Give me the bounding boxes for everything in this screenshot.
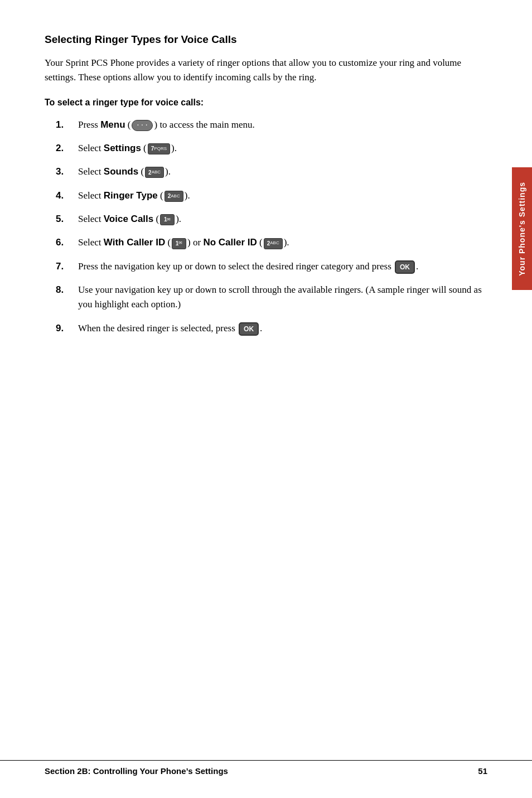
footer-right: 51: [478, 766, 487, 776]
step-9-number: 9.: [56, 321, 78, 336]
footer: Section 2B: Controlling Your Phone’s Set…: [0, 760, 532, 776]
page-container: Your Phone's Settings Selecting Ringer T…: [0, 0, 532, 798]
step-4: 4. Select Ringer Type (2ABC).: [56, 188, 487, 203]
footer-left: Section 2B: Controlling Your Phone’s Set…: [45, 766, 228, 776]
step-3: 3. Select Sounds (2ABC).: [56, 165, 487, 179]
step-8-number: 8.: [56, 283, 78, 297]
step-5: 5. Select Voice Calls (1✉).: [56, 212, 487, 226]
step-4-bold: Ringer Type: [104, 190, 158, 201]
step-6: 6. Select With Caller ID (1✉) or No Call…: [56, 235, 487, 250]
step-7-number: 7.: [56, 259, 78, 274]
step-1-bold: Menu: [100, 119, 125, 130]
step-3-bold: Sounds: [104, 166, 138, 177]
step-4-number: 4.: [56, 188, 78, 203]
step-2-bold: Settings: [104, 143, 141, 153]
key-2abc-caller: 2ABC: [264, 238, 283, 249]
ok-button-icon-9: OK: [239, 322, 259, 336]
key-2abc-sounds: 2ABC: [145, 167, 164, 178]
step-4-content: Select Ringer Type (2ABC).: [78, 188, 487, 203]
step-9: 9. When the desired ringer is selected, …: [56, 321, 487, 336]
step-2-number: 2.: [56, 141, 78, 156]
step-8-content: Use your navigation key up or down to sc…: [78, 283, 487, 312]
step-3-content: Select Sounds (2ABC).: [78, 165, 487, 179]
step-9-content: When the desired ringer is selected, pre…: [78, 321, 487, 336]
step-2: 2. Select Settings (7PQRS).: [56, 141, 487, 156]
key-7pqrs: 7PQRS: [148, 143, 170, 154]
ok-button-icon-7: OK: [395, 260, 415, 274]
step-2-content: Select Settings (7PQRS).: [78, 141, 487, 156]
section-title: Selecting Ringer Types for Voice Calls: [45, 33, 487, 46]
step-5-number: 5.: [56, 212, 78, 226]
key-1msg-caller: 1✉: [172, 238, 186, 249]
step-5-bold: Voice Calls: [104, 214, 153, 224]
step-1-number: 1.: [56, 118, 78, 132]
step-3-number: 3.: [56, 165, 78, 179]
side-tab-label: Your Phone's Settings: [518, 182, 526, 276]
step-6-number: 6.: [56, 235, 78, 250]
step-6-content: Select With Caller ID (1✉) or No Caller …: [78, 235, 487, 250]
menu-key-icon: · · ·: [132, 120, 153, 131]
step-6-bold2: No Caller ID: [203, 237, 257, 248]
step-1: 1. Press Menu (· · ·) to access the main…: [56, 118, 487, 132]
steps-list: 1. Press Menu (· · ·) to access the main…: [56, 118, 487, 336]
key-1msg-voice: 1✉: [160, 214, 175, 225]
instruction-label: To select a ringer type for voice calls:: [45, 98, 487, 108]
intro-text: Your Sprint PCS Phone provides a variety…: [45, 56, 487, 85]
side-tab: Your Phone's Settings: [512, 167, 532, 290]
step-5-content: Select Voice Calls (1✉).: [78, 212, 487, 226]
key-2abc-ringer: 2ABC: [165, 191, 183, 202]
step-8: 8. Use your navigation key up or down to…: [56, 283, 487, 312]
step-7-content: Press the navigation key up or down to s…: [78, 259, 487, 274]
step-7: 7. Press the navigation key up or down t…: [56, 259, 487, 274]
step-6-bold1: With Caller ID: [104, 237, 165, 248]
step-1-content: Press Menu (· · ·) to access the main me…: [78, 118, 487, 132]
